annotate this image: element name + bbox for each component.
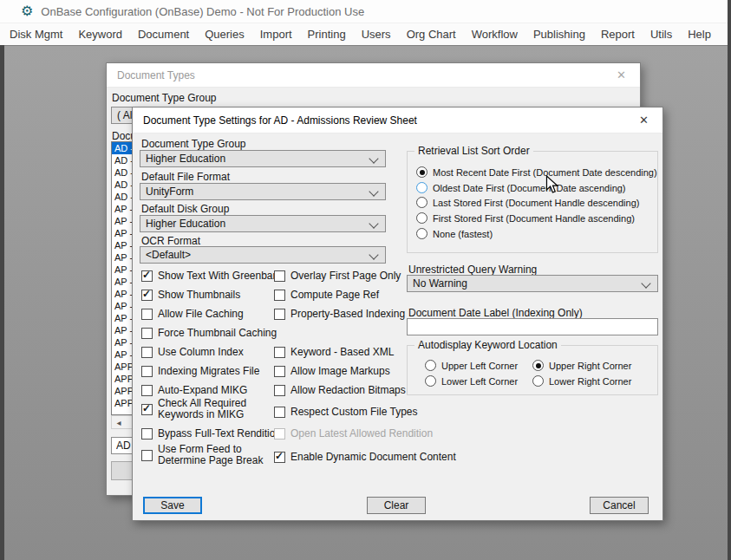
app-title: OnBase Configuration (OnBase) Demo - Not… [41, 5, 364, 18]
checkbox-label: Open Latest Allowed Rendition [290, 428, 433, 440]
checkbox-label: Allow Image Markups [290, 366, 390, 377]
retrieval-sort-order-group: Retrieval List Sort Order Most Recent Da… [407, 151, 658, 253]
checkbox-icon [141, 385, 153, 396]
menu-org-chart[interactable]: Org Chart [399, 23, 464, 45]
menu-queries[interactable]: Queries [197, 23, 252, 45]
document-types-title-bar: Document Types ✕ [107, 63, 640, 88]
radio-upper-right-corner[interactable]: Upper Right Corner [532, 360, 631, 371]
autodisplay-keyword-location-group: Autodisplay Keyword Location Upper Left … [407, 345, 658, 395]
checkbox-force-thumbnail-caching[interactable]: Force Thumbnail Caching [141, 328, 277, 339]
radio-last-stored-first[interactable]: Last Stored First (Document Handle desce… [416, 197, 639, 208]
checkbox-use-column-index[interactable]: Use Column Index [141, 347, 244, 358]
radio-icon [416, 182, 428, 193]
checkbox-open-latest-allowed-rendition: Open Latest Allowed Rendition [274, 428, 433, 440]
field-ocr-format-label: OCR Format [141, 235, 200, 247]
radio-lower-left-corner[interactable]: Lower Left Corner [425, 375, 518, 387]
ocr-format-dropdown[interactable]: <Default> [140, 246, 386, 264]
checkbox-enable-dynamic-document-content[interactable]: Enable Dynamic Document Content [274, 452, 456, 463]
menu-users[interactable]: Users [354, 23, 399, 45]
checkbox-label: Compute Page Ref [290, 290, 379, 301]
query-warning-label: Unrestricted Query Warning [408, 264, 537, 276]
checkbox-show-thumbnails[interactable]: Show Thumbnails [141, 290, 240, 301]
radio-label: None (fastest) [433, 229, 493, 239]
clear-button[interactable]: Clear [367, 497, 426, 514]
menu-utils[interactable]: Utils [643, 23, 680, 45]
checkbox-icon [141, 428, 153, 440]
checkbox-icon [141, 270, 153, 282]
checkbox-icon [274, 309, 285, 320]
checkbox-icon [141, 366, 153, 377]
checkbox-label: Overlay First Page Only [290, 270, 401, 282]
radio-most-recent-date-first[interactable]: Most Recent Date First (Document Date de… [416, 166, 657, 178]
radio-lower-right-corner[interactable]: Lower Right Corner [532, 375, 631, 387]
checkbox-icon [274, 428, 285, 440]
radio-oldest-date-first[interactable]: Oldest Date First (Document Date ascendi… [416, 182, 626, 193]
document-types-title: Document Types [117, 69, 195, 81]
radio-icon [425, 375, 436, 387]
chevron-down-icon [369, 186, 378, 196]
checkbox-allow-redaction-bitmaps[interactable]: Allow Redaction Bitmaps [274, 385, 406, 396]
radio-first-stored-first[interactable]: First Stored First (Document Handle asce… [416, 212, 635, 224]
menu-report[interactable]: Report [593, 23, 643, 45]
save-button[interactable]: Save [143, 497, 202, 514]
chevron-down-icon [369, 218, 378, 228]
menu-document[interactable]: Document [130, 23, 197, 45]
checkbox-keyword-based-xml[interactable]: Keyword - Based XML [274, 347, 394, 358]
checkbox-bypass-full-text-rendition[interactable]: Bypass Full-Text Rendition [141, 428, 281, 440]
checkbox-allow-file-caching[interactable]: Allow File Caching [141, 309, 244, 320]
checkbox-allow-image-markups[interactable]: Allow Image Markups [274, 366, 390, 377]
radio-label: First Stored First (Document Handle asce… [433, 213, 635, 224]
radio-icon [532, 360, 544, 371]
menu-disk-mgmt[interactable]: Disk Mgmt [2, 23, 70, 45]
default-disk-group-dropdown[interactable]: Higher Education [140, 215, 386, 232]
radio-icon [416, 166, 428, 178]
checkbox-label: Check All Required Keywords in MIKG [158, 398, 254, 420]
checkbox-label: Respect Custom File Types [290, 407, 418, 418]
checkbox-icon [274, 366, 285, 377]
scroll-left-icon[interactable]: ◂ [112, 416, 126, 428]
default-file-format-value: UnityForm [146, 186, 193, 198]
checkbox-icon [274, 385, 285, 396]
checkbox-overlay-first-page-only[interactable]: Overlay First Page Only [274, 270, 401, 282]
menu-help[interactable]: Help [680, 23, 719, 45]
app-title-bar: ⚙ OnBase Configuration (OnBase) Demo - N… [0, 0, 731, 23]
menu-bar: Disk Mgmt Keyword Document Queries Impor… [0, 23, 731, 45]
checkbox-check-all-required-keywords[interactable]: Check All Required Keywords in MIKG [141, 398, 254, 420]
cancel-button[interactable]: Cancel [590, 497, 649, 514]
field-doc-type-group-label: Document Type Group [141, 138, 246, 150]
menu-import[interactable]: Import [252, 23, 300, 45]
checkbox-use-form-feed[interactable]: Use Form Feed to Determine Page Break [141, 444, 267, 466]
radio-none-fastest[interactable]: None (fastest) [416, 228, 493, 239]
checkbox-label: Show Text With Greenbar [158, 270, 277, 282]
doc-type-settings-dialog: Document Type Settings for AD - Admissio… [132, 107, 663, 521]
checkbox-property-based-indexing[interactable]: Property-Based Indexing [274, 309, 405, 320]
close-icon[interactable]: ✕ [610, 67, 633, 83]
radio-upper-left-corner[interactable]: Upper Left Corner [425, 360, 518, 371]
chevron-down-icon [369, 153, 378, 163]
checkbox-icon [141, 347, 153, 358]
chevron-down-icon [641, 278, 650, 288]
doc-type-group-dropdown[interactable]: Higher Education [140, 150, 386, 167]
checkbox-label: Allow Redaction Bitmaps [290, 385, 406, 396]
query-warning-dropdown[interactable]: No Warning [407, 275, 658, 292]
radio-label: Upper Left Corner [441, 361, 518, 371]
checkbox-respect-custom-file-types[interactable]: Respect Custom File Types [274, 407, 418, 418]
field-default-disk-group-label: Default Disk Group [141, 203, 229, 215]
checkbox-icon [141, 404, 153, 415]
checkbox-label: Keyword - Based XML [290, 347, 394, 358]
checkbox-auto-expand-mikg[interactable]: Auto-Expand MIKG [141, 385, 247, 396]
checkbox-show-text-with-greenbar[interactable]: Show Text With Greenbar [141, 270, 277, 282]
checkbox-compute-page-ref[interactable]: Compute Page Ref [274, 290, 379, 301]
checkbox-indexing-migrates-file[interactable]: Indexing Migrates File [141, 366, 259, 377]
group-label: Autodisplay Keyword Location [414, 339, 561, 351]
close-icon[interactable]: ✕ [632, 112, 656, 128]
menu-publishing[interactable]: Publishing [525, 23, 593, 45]
menu-workflow[interactable]: Workflow [464, 23, 525, 45]
menu-keyword[interactable]: Keyword [70, 23, 130, 45]
default-file-format-dropdown[interactable]: UnityForm [140, 183, 386, 200]
document-date-input[interactable] [407, 318, 658, 335]
checkbox-icon [141, 450, 153, 461]
radio-label: Last Stored First (Document Handle desce… [433, 198, 639, 208]
radio-label: Lower Right Corner [549, 376, 631, 387]
menu-printing[interactable]: Printing [300, 23, 354, 45]
